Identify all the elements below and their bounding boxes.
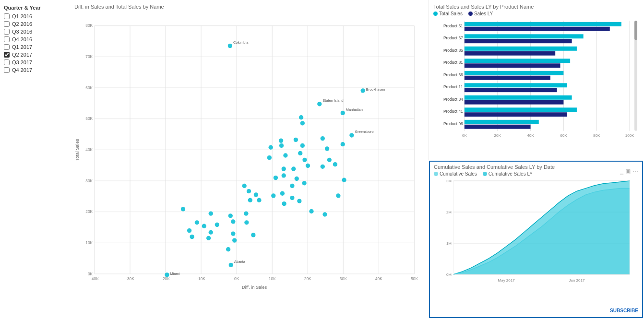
sidebar-item-2[interactable]: Q3 2016 xyxy=(4,29,49,35)
svg-text:20K: 20K xyxy=(494,133,501,138)
svg-point-62 xyxy=(298,151,302,155)
line-chart-title: Cumulative Sales and Cumulative Sales LY… xyxy=(434,164,555,170)
svg-text:Product 66: Product 66 xyxy=(443,72,463,77)
svg-text:10K: 10K xyxy=(269,276,276,281)
svg-text:Staten Island: Staten Island xyxy=(322,98,343,103)
svg-text:50K: 50K xyxy=(85,116,93,121)
sidebar-title: Quarter & Year xyxy=(4,5,49,11)
scatter-title: Diff. in Sales and Total Sales by Name xyxy=(74,4,423,10)
svg-point-56 xyxy=(269,145,273,150)
svg-text:20K: 20K xyxy=(304,276,311,281)
svg-text:60K: 60K xyxy=(560,133,567,138)
svg-text:Product 51: Product 51 xyxy=(443,24,463,28)
svg-text:Columbia: Columbia xyxy=(233,40,249,45)
svg-rect-124 xyxy=(465,22,621,26)
svg-text:-20K: -20K xyxy=(161,276,170,281)
line-svg: 0M1M2M3MMay 2017Jun 2017 xyxy=(434,178,638,289)
svg-point-83 xyxy=(248,198,252,202)
svg-point-65 xyxy=(282,166,286,171)
svg-point-66 xyxy=(291,166,296,171)
svg-point-80 xyxy=(271,193,275,198)
svg-text:40K: 40K xyxy=(375,276,382,281)
svg-point-94 xyxy=(202,224,206,228)
svg-point-78 xyxy=(336,193,340,198)
svg-point-93 xyxy=(195,220,199,224)
svg-text:-10K: -10K xyxy=(197,276,205,281)
svg-rect-140 xyxy=(465,88,557,92)
svg-text:0M: 0M xyxy=(446,272,452,277)
sidebar-item-7[interactable]: Q4 2017 xyxy=(4,67,49,73)
svg-text:0K: 0K xyxy=(88,272,93,276)
svg-point-44 xyxy=(317,102,322,106)
svg-text:30K: 30K xyxy=(85,178,93,183)
svg-rect-128 xyxy=(465,39,572,43)
svg-text:40K: 40K xyxy=(85,147,93,152)
svg-point-70 xyxy=(274,176,278,180)
svg-point-92 xyxy=(322,212,327,216)
svg-text:80K: 80K xyxy=(85,24,93,28)
svg-point-102 xyxy=(190,235,194,239)
svg-point-54 xyxy=(300,143,305,148)
svg-rect-139 xyxy=(465,83,567,87)
sidebar-item-1[interactable]: Q2 2016 xyxy=(4,21,49,27)
svg-point-95 xyxy=(215,223,219,227)
svg-point-97 xyxy=(244,220,249,224)
svg-text:2M: 2M xyxy=(446,210,452,214)
svg-text:Greensboro: Greensboro xyxy=(355,130,373,134)
line-chart-container: Cumulative Sales and Cumulative Sales LY… xyxy=(429,161,643,319)
svg-text:0K: 0K xyxy=(234,276,239,281)
svg-point-68 xyxy=(321,165,325,169)
svg-text:Atlanta: Atlanta xyxy=(234,260,246,264)
sidebar-item-3[interactable]: Q4 2016 xyxy=(4,36,49,42)
svg-point-98 xyxy=(187,228,191,233)
svg-point-55 xyxy=(321,136,325,141)
svg-text:10K: 10K xyxy=(85,240,93,245)
svg-point-46 xyxy=(341,111,345,115)
svg-rect-142 xyxy=(465,95,572,100)
svg-point-49 xyxy=(300,121,305,125)
svg-text:Manhattan: Manhattan xyxy=(346,107,363,112)
bar-chart-title: Total Sales and Sales LY by Product Name xyxy=(433,4,639,10)
svg-point-72 xyxy=(295,177,299,181)
scatter-plot-container: Diff. in Sales and Total Sales by Name 0… xyxy=(53,0,428,319)
svg-rect-130 xyxy=(465,47,577,51)
bar-chart-container: Total Sales and Sales LY by Product Name… xyxy=(428,0,644,160)
sidebar-item-4[interactable]: Q1 2017 xyxy=(4,44,49,50)
svg-text:40K: 40K xyxy=(527,133,534,138)
svg-rect-125 xyxy=(465,27,610,31)
sidebar-item-6[interactable]: Q3 2017 xyxy=(4,59,49,65)
svg-point-58 xyxy=(325,146,329,151)
sidebar-item-0[interactable]: Q1 2016 xyxy=(4,13,49,19)
sidebar-item-5[interactable]: Q2 2017 xyxy=(4,52,49,58)
svg-rect-136 xyxy=(465,71,564,75)
svg-point-63 xyxy=(302,158,307,162)
svg-point-105 xyxy=(226,247,230,251)
svg-text:3M: 3M xyxy=(446,179,452,183)
svg-text:60K: 60K xyxy=(85,85,93,90)
svg-text:-40K: -40K xyxy=(90,276,99,281)
svg-text:Product 41: Product 41 xyxy=(443,109,463,114)
svg-rect-143 xyxy=(465,100,564,105)
svg-point-90 xyxy=(244,212,248,216)
svg-text:Total Sales: Total Sales xyxy=(75,139,80,161)
svg-text:Product 67: Product 67 xyxy=(443,35,463,40)
svg-point-60 xyxy=(267,155,272,160)
svg-point-73 xyxy=(342,178,346,182)
bar-legend: Total SalesSales LY xyxy=(433,11,639,16)
svg-rect-134 xyxy=(465,63,561,68)
svg-point-99 xyxy=(209,230,213,235)
svg-point-69 xyxy=(333,162,337,166)
scatter-svg: 0K10K20K30K40K50K60K70K80K-40K-30K-20K-1… xyxy=(74,12,423,299)
svg-point-88 xyxy=(209,212,213,216)
svg-point-87 xyxy=(181,207,185,211)
bar-svg: 0K20K40K60K80K100KProduct 51Product 67Pr… xyxy=(433,18,639,143)
charts-area: Diff. in Sales and Total Sales by Name 0… xyxy=(53,0,644,319)
subscribe-button[interactable]: SUBSCRIBE xyxy=(610,308,638,313)
svg-point-64 xyxy=(327,158,332,162)
svg-point-91 xyxy=(309,209,313,213)
svg-text:Product 85: Product 85 xyxy=(443,48,463,53)
svg-text:30K: 30K xyxy=(340,276,347,281)
line-icon-1: ⎯ xyxy=(620,168,623,175)
svg-text:Product 81: Product 81 xyxy=(443,60,463,65)
line-icon-3: ⋯ xyxy=(632,168,638,175)
